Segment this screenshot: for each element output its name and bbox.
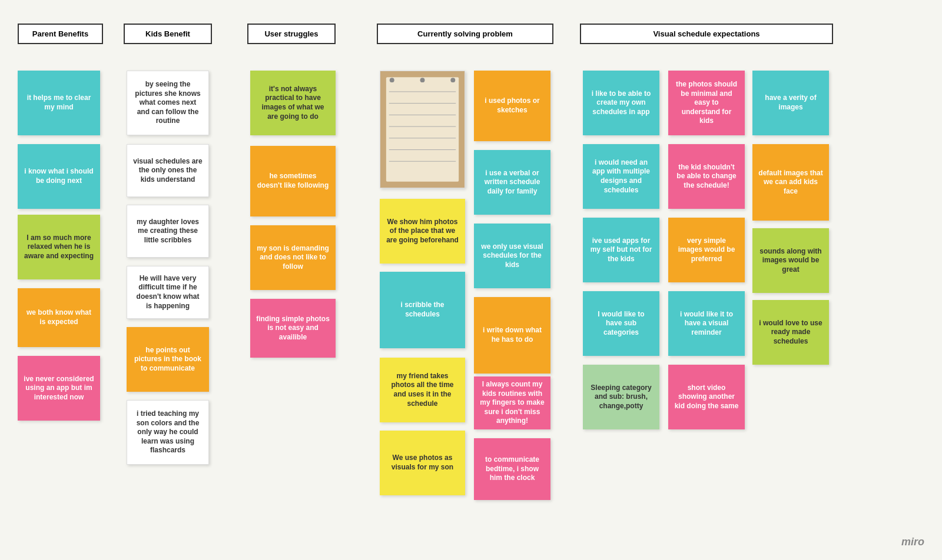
sticky-cs4: we only use visual schedules for the kid…: [474, 224, 550, 288]
svg-point-11: [450, 78, 455, 82]
sticky-us1: it's not always practical to have images…: [250, 71, 336, 135]
sticky-kb3: my daughter loves me creating these litt…: [127, 205, 209, 258]
header-user-struggles: User struggles: [247, 24, 336, 44]
sticky-vs12: i would love to use ready made schedules: [752, 300, 829, 365]
sticky-cs10: to communicate bedtime, i show him the c…: [474, 438, 550, 500]
sticky-vs10: I would like to have sub categories: [583, 291, 659, 356]
sticky-vs7: ive used apps for my self but not for th…: [583, 218, 659, 282]
sticky-pb4: we both know what is expected: [18, 288, 100, 347]
sticky-vs2: the photos should be minimal and easy to…: [668, 71, 745, 135]
sticky-cs1: i used photos or sketches: [474, 71, 550, 141]
sticky-kb1: by seeing the pictures she knows what co…: [127, 71, 209, 135]
sticky-us3: my son is demanding and does not like to…: [250, 225, 336, 290]
board: Parent Benefits Kids Benefit User strugg…: [0, 0, 942, 560]
sticky-pb5: ive never considered using an app but im…: [18, 356, 100, 421]
sticky-vs9: sounds along with images would be great: [752, 228, 829, 293]
sticky-vs14: short video showing another kid doing th…: [668, 365, 745, 429]
sticky-us4: finding simple photos is not easy and av…: [250, 299, 336, 358]
sticky-cs2: i use a verbal or written schedule daily…: [474, 150, 550, 215]
sticky-cs9: We use photos as visuals for my son: [380, 431, 465, 495]
sticky-pb1: it helps me to clear my mind: [18, 71, 100, 135]
sticky-kb4: He will have very difficult time if he d…: [127, 266, 209, 319]
sticky-cs5: i scribble the schedules: [380, 272, 465, 348]
sticky-kb2: visual schedules are the only ones the k…: [127, 144, 209, 197]
header-parent-benefits: Parent Benefits: [18, 24, 103, 44]
sticky-vs5: the kid shouldn't be able to change the …: [668, 144, 745, 209]
sticky-pb2: i know what i should be doing next: [18, 144, 100, 209]
sticky-cs8: I always count my kids routines with my …: [474, 376, 550, 429]
sticky-vs1: i like to be able to create my own sched…: [583, 71, 659, 135]
sticky-vs4: i would need an app with multiple design…: [583, 144, 659, 209]
miro-logo: miro: [901, 536, 924, 548]
sticky-vs3: have a verity of images: [752, 71, 829, 135]
header-visual-schedule: Visual schedule expectations: [580, 24, 833, 44]
header-kids-benefit: Kids Benefit: [124, 24, 212, 44]
schedule-image-cs-img: [380, 71, 465, 188]
sticky-vs6: default images that we can add kids face: [752, 144, 829, 221]
header-currently-solving: Currently solving problem: [377, 24, 553, 44]
sticky-vs13: Sleeping category and sub: brush, change…: [583, 365, 659, 429]
sticky-cs6: i write down what he has to do: [474, 297, 550, 374]
sticky-cs3: We show him photos of the place that we …: [380, 199, 465, 264]
sticky-vs11: i would like it to have a visual reminde…: [668, 291, 745, 356]
sticky-kb6: i tried teaching my son colors and the o…: [127, 400, 209, 465]
sticky-us2: he sometimes doesn't like following: [250, 146, 336, 216]
sticky-pb3: I am so much more relaxed when he is awa…: [18, 215, 100, 279]
svg-point-10: [420, 78, 425, 82]
sticky-cs7: my friend takes photos all the time and …: [380, 358, 465, 422]
sticky-vs8: very simple images would be preferred: [668, 218, 745, 282]
svg-rect-1: [386, 77, 459, 182]
svg-point-9: [390, 78, 394, 82]
sticky-kb5: he points out pictures in the book to co…: [127, 327, 209, 392]
